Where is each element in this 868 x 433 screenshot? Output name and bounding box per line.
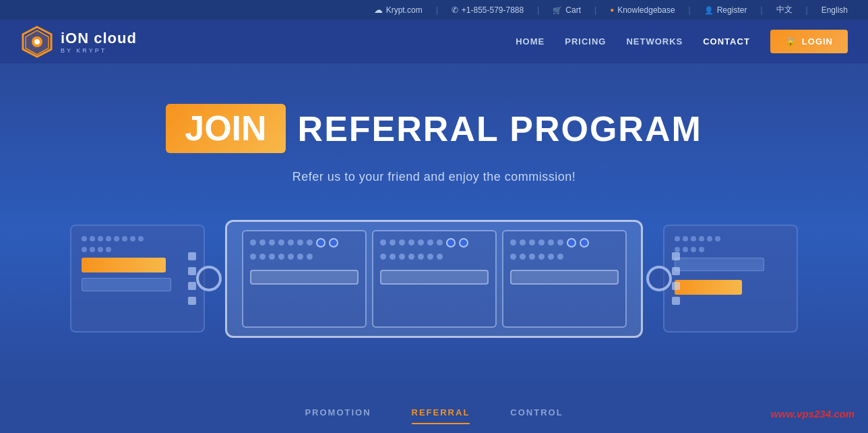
- dot: [90, 236, 95, 241]
- rdot: [520, 239, 526, 246]
- right-dots: [675, 236, 742, 241]
- nav-home[interactable]: HOME: [516, 36, 545, 47]
- left-connector: [196, 266, 222, 291]
- topbar-cart[interactable]: Cart: [553, 5, 581, 15]
- hero-section: JOIN REFERRAL PROGRAM Refer us to your f…: [0, 63, 868, 394]
- rack-dots-2: [380, 238, 489, 260]
- topbar-register[interactable]: Register: [704, 5, 747, 15]
- server-bar: [675, 258, 764, 271]
- nav-networks[interactable]: NETWORKS: [626, 36, 683, 47]
- svg-point-3: [34, 39, 40, 45]
- dot: [707, 236, 712, 241]
- lock-icon: 🔒: [785, 36, 797, 47]
- main-navbar: iON cloud BY KRYPT HOME PRICING NETWORKS…: [0, 20, 868, 63]
- rdot: [278, 254, 284, 260]
- left-dots2: [82, 247, 149, 252]
- rdot: [520, 254, 526, 260]
- hero-title: JOIN REFERRAL PROGRAM: [20, 104, 848, 153]
- rdot: [307, 239, 313, 246]
- orange-bar: [675, 280, 742, 295]
- program-text: REFERRAL PROGRAM: [298, 109, 702, 149]
- sep-2: |: [537, 5, 539, 15]
- dot: [122, 236, 127, 241]
- watermark: www.vps234.com: [771, 408, 855, 420]
- sep-6: |: [806, 5, 808, 15]
- center-server-rack: [225, 220, 643, 338]
- orange-bar: [82, 258, 166, 272]
- dot: [98, 236, 103, 241]
- dot: [106, 236, 111, 241]
- top-bar: Krypt.com | +1-855-579-7888 | Cart | Kno…: [0, 0, 868, 20]
- rdot-blue: [316, 238, 326, 248]
- topbar-cn[interactable]: 中文: [776, 4, 793, 16]
- dot: [90, 247, 95, 252]
- nav-contact[interactable]: CONTACT: [703, 36, 750, 47]
- rack-unit-1: [242, 230, 367, 328]
- tab-control[interactable]: CONTROL: [510, 407, 563, 424]
- nav-pricing[interactable]: PRICING: [565, 36, 606, 47]
- rack-bar: [250, 270, 359, 285]
- topbar-phone[interactable]: +1-855-579-7888: [452, 5, 524, 15]
- rdot: [408, 254, 414, 260]
- rdot: [380, 239, 386, 246]
- rdot: [259, 254, 266, 260]
- post: [188, 267, 196, 275]
- post: [672, 282, 680, 290]
- logo[interactable]: iON cloud BY KRYPT: [20, 25, 137, 59]
- dot: [114, 236, 119, 241]
- topbar-kb[interactable]: Knowledgebase: [610, 5, 675, 15]
- rdot: [307, 254, 313, 260]
- sep-1: |: [436, 5, 438, 15]
- left-posts: [188, 252, 196, 305]
- rdot-blue: [580, 238, 589, 248]
- rdot: [250, 239, 256, 246]
- dot: [699, 236, 704, 241]
- rdot: [390, 254, 396, 260]
- rack-bar: [510, 270, 619, 285]
- rack-bar: [380, 270, 489, 285]
- cloud-icon: [374, 5, 383, 15]
- tab-promotion[interactable]: PROMOTION: [305, 407, 371, 424]
- user-icon: [704, 5, 714, 15]
- rdot: [529, 239, 535, 246]
- dot: [683, 236, 688, 241]
- rdot: [399, 239, 405, 246]
- dot: [130, 236, 135, 241]
- rdot: [548, 239, 554, 246]
- dot: [98, 247, 103, 252]
- dot: [691, 236, 696, 241]
- logo-icon: [20, 25, 54, 59]
- sep-5: |: [760, 5, 762, 15]
- rdot: [288, 239, 294, 246]
- rack-unit-2: [372, 230, 497, 328]
- topbar-krypt[interactable]: Krypt.com: [374, 5, 423, 15]
- rdot: [250, 254, 256, 260]
- rdot: [390, 239, 396, 246]
- rdot: [408, 239, 414, 246]
- rack-dots-1: [250, 238, 359, 260]
- rdot: [557, 239, 563, 246]
- tab-referral[interactable]: REFERRAL: [412, 407, 470, 424]
- rdot: [529, 254, 535, 260]
- sep-4: |: [689, 5, 691, 15]
- rack-unit-3: [502, 230, 627, 328]
- hero-subtitle: Refer us to your friend and enjoy the co…: [20, 170, 848, 184]
- rdot: [557, 254, 563, 260]
- dot: [675, 236, 680, 241]
- right-connector: [646, 266, 672, 291]
- post: [672, 252, 680, 260]
- rdot: [297, 254, 303, 260]
- post: [188, 282, 196, 290]
- rdot: [288, 254, 294, 260]
- right-posts: [672, 252, 680, 305]
- rdot: [538, 254, 545, 260]
- topbar-en[interactable]: English: [822, 5, 848, 15]
- dot: [106, 247, 111, 252]
- dot: [82, 247, 87, 252]
- cart-icon: [553, 5, 562, 15]
- login-button[interactable]: 🔒 LOGIN: [770, 30, 848, 53]
- rdot: [418, 254, 424, 260]
- post: [188, 252, 196, 260]
- book-icon: [610, 6, 614, 13]
- rdot: [427, 254, 433, 260]
